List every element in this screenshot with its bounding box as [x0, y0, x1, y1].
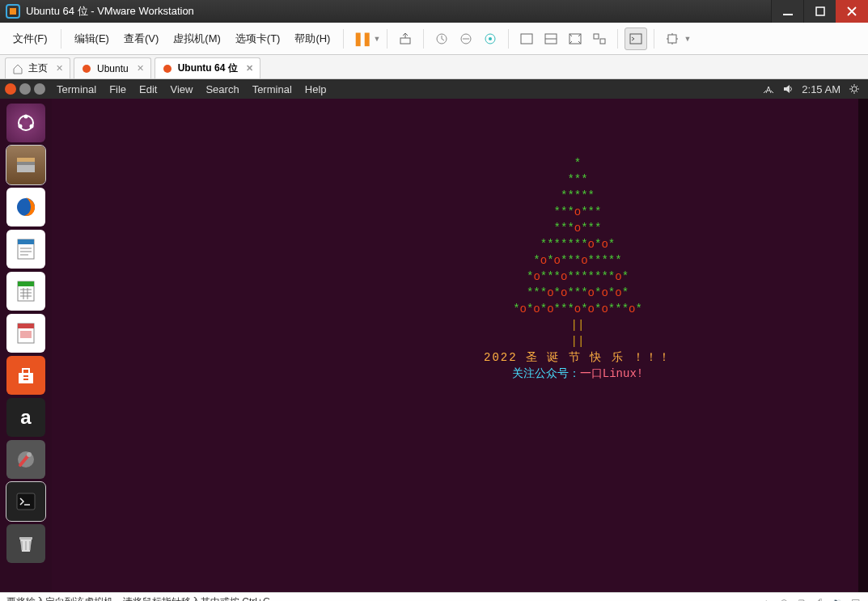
svg-rect-47: [19, 537, 32, 540]
tab-close-icon[interactable]: ✕: [246, 63, 253, 74]
tab-ubuntu64[interactable]: Ubuntu 64 位 ✕: [155, 57, 260, 78]
svg-point-44: [27, 452, 32, 457]
menu-help[interactable]: 帮助(H): [288, 28, 337, 49]
svg-rect-1: [10, 8, 16, 15]
vmware-app-icon: [5, 3, 21, 19]
stretch-button[interactable]: [661, 28, 684, 50]
status-diskb-icon[interactable]: ▣: [849, 597, 862, 602]
menu-tabs[interactable]: 选项卡(T): [229, 28, 287, 49]
status-cd-icon[interactable]: ◎: [777, 597, 790, 602]
svg-point-19: [852, 87, 857, 91]
fullscreen-button[interactable]: [564, 28, 586, 50]
launcher-terminal[interactable]: [6, 482, 45, 521]
svg-rect-26: [17, 162, 35, 165]
launcher-calc[interactable]: [6, 272, 45, 311]
clock-text[interactable]: 2:15 AM: [802, 83, 840, 95]
menu-file[interactable]: 文件(F): [6, 28, 54, 49]
snapshot-manager-button[interactable]: [479, 28, 502, 50]
app-menu-terminal2[interactable]: Terminal: [246, 83, 299, 95]
svg-point-22: [19, 125, 23, 129]
snapshot-revert-button[interactable]: [455, 28, 477, 50]
view-single-button[interactable]: [515, 28, 538, 50]
svg-rect-14: [600, 39, 605, 44]
greeting-line-2b: 一口Linux!: [580, 367, 643, 380]
svg-rect-4: [400, 38, 410, 44]
status-net-icon[interactable]: ⧉: [795, 597, 808, 602]
svg-rect-2: [783, 14, 793, 15]
terminal-output[interactable]: ************o******o**********o*o**o*o**…: [52, 99, 868, 592]
menu-view[interactable]: 查看(V): [117, 28, 165, 49]
svg-point-17: [83, 65, 91, 73]
svg-point-18: [163, 65, 171, 73]
status-print-icon[interactable]: ⎙: [813, 597, 826, 602]
launcher-settings[interactable]: [6, 440, 45, 479]
svg-rect-13: [594, 34, 599, 39]
launcher-software[interactable]: [6, 356, 45, 395]
launcher-writer[interactable]: [6, 230, 45, 269]
network-icon[interactable]: [763, 83, 774, 95]
window-title: Ubuntu 64 位 - VMware Workstation: [26, 4, 771, 19]
pause-button[interactable]: ❚❚: [350, 28, 373, 50]
svg-rect-24: [17, 158, 35, 162]
ubuntu-icon: [162, 63, 173, 74]
svg-rect-42: [20, 331, 32, 338]
menu-vm[interactable]: 虚拟机(M): [167, 28, 227, 49]
app-menu-search[interactable]: Search: [199, 83, 245, 95]
vmware-tab-bar: 主页 ✕ Ubuntu ✕ Ubuntu 64 位 ✕: [0, 55, 868, 79]
tab-ubuntu[interactable]: Ubuntu ✕: [74, 57, 151, 78]
status-hdd-icon[interactable]: ⌂: [760, 597, 773, 602]
svg-rect-34: [18, 281, 34, 286]
ubuntu-window-close-icon[interactable]: [5, 83, 16, 95]
tab-label: 主页: [28, 61, 48, 75]
svg-point-21: [24, 115, 28, 119]
unity-launcher: a: [0, 99, 52, 592]
svg-point-23: [30, 125, 34, 129]
tab-close-icon[interactable]: ✕: [56, 63, 63, 74]
tab-close-icon[interactable]: ✕: [137, 63, 144, 74]
tab-home[interactable]: 主页 ✕: [5, 57, 70, 78]
tab-label: Ubuntu: [97, 63, 129, 74]
ubuntu-window-max-icon[interactable]: [34, 83, 45, 95]
console-button[interactable]: [625, 28, 647, 50]
svg-rect-16: [668, 35, 676, 43]
svg-rect-9: [521, 34, 532, 44]
scrollbar[interactable]: [858, 99, 868, 592]
greeting-line-2a: 关注公众号：: [512, 367, 580, 380]
launcher-firefox[interactable]: [6, 188, 45, 226]
chevron-down-icon[interactable]: ▼: [684, 35, 691, 43]
sound-icon[interactable]: [782, 83, 794, 95]
launcher-impress[interactable]: [6, 314, 45, 353]
menu-edit[interactable]: 编辑(E): [68, 28, 116, 49]
svg-rect-3: [816, 7, 824, 15]
app-menu-terminal[interactable]: Terminal: [50, 83, 103, 95]
svg-rect-41: [18, 324, 34, 328]
view-multi-button[interactable]: [540, 28, 562, 50]
status-sound-icon[interactable]: 🔉: [831, 597, 844, 602]
home-icon: [12, 63, 23, 74]
send-ctrl-alt-del-button[interactable]: [394, 28, 417, 50]
app-menu-file[interactable]: File: [103, 83, 133, 95]
tab-label: Ubuntu 64 位: [178, 61, 238, 75]
snapshot-button[interactable]: [430, 28, 453, 50]
status-hint: 要将输入定向到该虚拟机，请将鼠标指针移入其中或按 Ctrl+G。: [6, 595, 280, 601]
launcher-dash[interactable]: [6, 104, 45, 142]
gear-icon[interactable]: [849, 83, 860, 95]
app-menu-edit[interactable]: Edit: [133, 83, 163, 95]
launcher-trash[interactable]: [6, 524, 45, 563]
svg-rect-15: [630, 34, 641, 44]
greeting-line-1: 2022 圣 诞 节 快 乐 ！！！: [294, 349, 861, 366]
ubuntu-window-min-icon[interactable]: [19, 83, 31, 95]
launcher-files[interactable]: [6, 146, 45, 184]
app-menu-help[interactable]: Help: [299, 83, 333, 95]
minimize-button[interactable]: [771, 0, 803, 23]
ubuntu-icon: [81, 63, 92, 74]
unity-button[interactable]: [588, 28, 611, 50]
app-menu-view[interactable]: View: [163, 83, 199, 95]
svg-rect-29: [18, 239, 34, 244]
svg-rect-45: [17, 493, 35, 510]
maximize-button[interactable]: [803, 0, 836, 23]
launcher-amazon[interactable]: a: [6, 398, 45, 437]
close-button[interactable]: [836, 0, 868, 23]
chevron-down-icon[interactable]: ▼: [373, 35, 380, 43]
svg-point-8: [489, 37, 492, 40]
